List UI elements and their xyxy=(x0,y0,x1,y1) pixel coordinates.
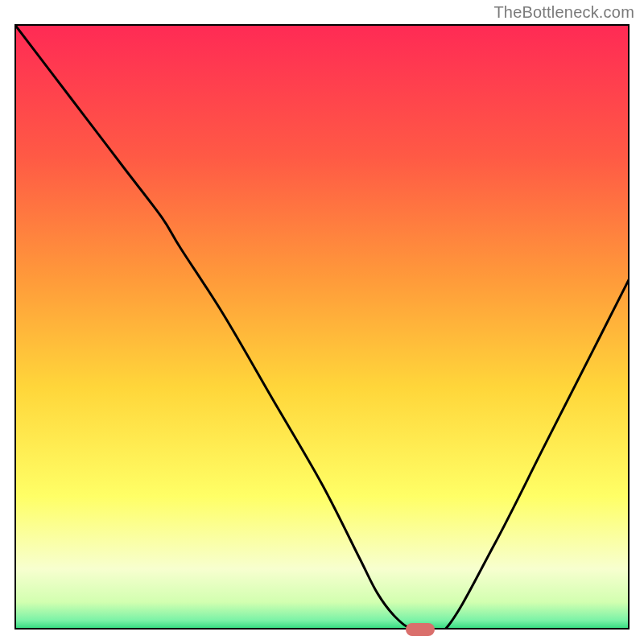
plot-area xyxy=(14,24,630,630)
optimum-marker xyxy=(406,623,435,636)
watermark-text: TheBottleneck.com xyxy=(493,3,634,22)
chart-frame: TheBottleneck.com xyxy=(0,0,644,644)
gradient-background xyxy=(14,24,630,630)
chart-svg xyxy=(14,24,630,630)
